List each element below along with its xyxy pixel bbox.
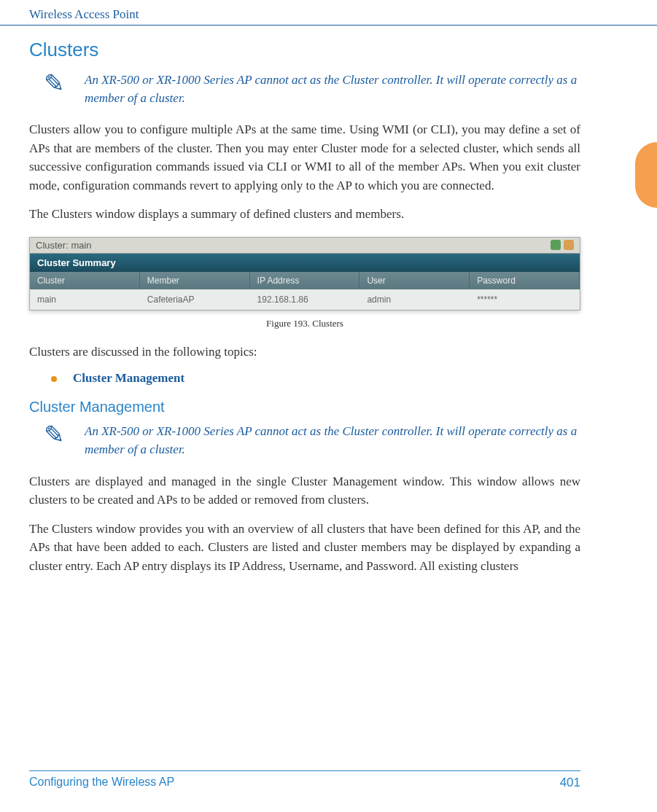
bullet-dot-icon [51, 376, 57, 382]
note-text: An XR-500 or XR-1000 Series AP cannot ac… [85, 423, 580, 458]
hand-writing-icon: ✎ [44, 69, 64, 98]
topbar-label: Cluster: main [36, 240, 92, 251]
cell-ip: 192.168.1.86 [250, 289, 360, 310]
note-block-clusters: ✎ An XR-500 or XR-1000 Series AP cannot … [29, 71, 580, 107]
status-orange-icon [564, 240, 574, 250]
clusters-paragraph-1: Clusters allow you to configure multiple… [29, 120, 580, 195]
cell-user: admin [359, 289, 470, 310]
header-title: Wireless Access Point [29, 7, 139, 21]
cluster-mgmt-paragraph-2: The Clusters window provides you with an… [29, 520, 580, 576]
status-green-icon [551, 240, 561, 250]
section-title-clusters: Clusters [29, 39, 580, 61]
subsection-title-cluster-mgmt: Cluster Management [29, 399, 580, 415]
side-tab-orange [635, 142, 657, 208]
cluster-mgmt-paragraph-1: Clusters are displayed and managed in th… [29, 472, 580, 510]
bullet-link-cluster-mgmt[interactable]: Cluster Management [73, 371, 184, 386]
page-footer: Configuring the Wireless AP 401 [29, 770, 580, 790]
note-block-cluster-mgmt: ✎ An XR-500 or XR-1000 Series AP cannot … [29, 423, 580, 458]
summary-bar: Cluster Summary [30, 254, 580, 272]
topbar-icons [551, 240, 574, 250]
cell-password: ****** [470, 289, 580, 310]
clusters-paragraph-3: Clusters are discussed in the following … [29, 343, 580, 362]
note-text: An XR-500 or XR-1000 Series AP cannot ac… [85, 71, 580, 107]
cell-member: CafeteriaAP [140, 289, 250, 310]
footer-section-name: Configuring the Wireless AP [29, 776, 174, 790]
page-content: Clusters ✎ An XR-500 or XR-1000 Series A… [0, 39, 657, 575]
clusters-paragraph-2: The Clusters window displays a summary o… [29, 205, 580, 224]
figure-caption: Figure 193. Clusters [29, 318, 580, 329]
list-item: Cluster Management [51, 371, 580, 386]
header-cluster: Cluster [30, 272, 140, 289]
header-password: Password [470, 272, 580, 289]
header-user: User [359, 272, 470, 289]
figure-topbar: Cluster: main [30, 238, 580, 254]
table-header-row: Cluster Member IP Address User Password [30, 272, 580, 289]
hand-writing-icon: ✎ [44, 420, 64, 449]
footer-page-number: 401 [560, 776, 580, 790]
page-header: Wireless Access Point [0, 0, 657, 26]
figure-clusters: Cluster: main Cluster Summary Cluster Me… [29, 237, 580, 329]
cluster-summary-table: Cluster: main Cluster Summary Cluster Me… [29, 237, 580, 311]
bullet-list: Cluster Management [51, 371, 580, 386]
header-member: Member [140, 272, 250, 289]
header-ip: IP Address [250, 272, 360, 289]
cell-cluster: main [30, 289, 140, 310]
table-row: main CafeteriaAP 192.168.1.86 admin ****… [30, 289, 580, 310]
